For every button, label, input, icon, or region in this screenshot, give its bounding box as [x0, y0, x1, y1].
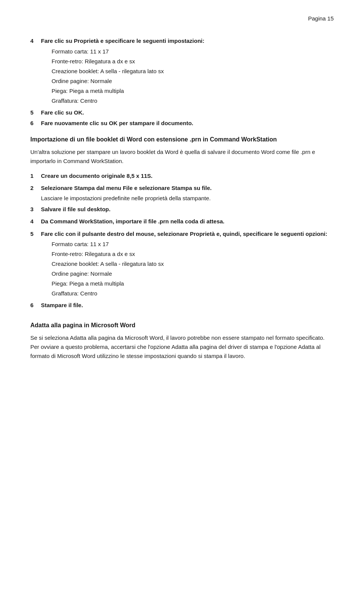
subitem-text: Piega: Piega a metà multipla [52, 88, 124, 94]
subitem-text: Ordine pagine: Normale [52, 270, 112, 277]
item-4-content: Fare clic su Proprietà e specificare le … [41, 37, 334, 106]
s2-item-1-number: 1 [30, 172, 41, 181]
section-3-heading-text: Adatta alla pagina in Microsoft Word [30, 322, 135, 328]
section-1: 4 Fare clic su Proprietà e specificare l… [30, 37, 334, 128]
s2-item-3-content: Salvare il file sul desktop. [41, 205, 334, 214]
s2-list-item-6: 6 Stampare il file. [30, 301, 334, 310]
section-3-body: Se si seleziona Adatta alla pagina da Mi… [30, 333, 334, 361]
s2-item-6-content: Stampare il file. [41, 301, 334, 310]
section-3-heading: Adatta alla pagina in Microsoft Word [30, 321, 334, 330]
item-6-content: Fare nuovamente clic su OK per stampare … [41, 119, 334, 128]
item-5-text: Fare clic su OK. [41, 109, 84, 116]
s2-item-3-number: 3 [30, 205, 41, 214]
list-item: Creazione booklet: A sella - rilegatura … [52, 259, 334, 268]
item-4-subitems: Formato carta: 11 x 17 Fronte-retro: Ril… [52, 47, 334, 105]
section-2: Importazione di un file booklet di Word … [30, 135, 334, 310]
s2-item-5-subitems: Formato carta: 11 x 17 Fronte-retro: Ril… [52, 240, 334, 298]
item-4-text: Fare clic su Proprietà e specificare le … [41, 38, 204, 44]
item-6-text: Fare nuovamente clic su OK per stampare … [41, 120, 193, 126]
item-6-number: 6 [30, 119, 41, 128]
list-item: Formato carta: 11 x 17 [52, 240, 334, 249]
subitem-text: Graffatura: Centro [52, 290, 97, 297]
list-item: Graffatura: Centro [52, 96, 334, 105]
subitem-text: Fronte-retro: Rilegatura a dx e sx [52, 58, 135, 64]
list-item: Ordine pagine: Normale [52, 269, 334, 278]
list-item-6: 6 Fare nuovamente clic su OK per stampar… [30, 119, 334, 128]
list-item: Fronte-retro: Rilegatura a dx e sx [52, 57, 334, 66]
s2-note-text: Lasciare le impostazioni predefinite nel… [41, 195, 211, 201]
subitem-text: Fronte-retro: Rilegatura a dx e sx [52, 251, 135, 257]
item-4-number: 4 [30, 37, 41, 106]
s2-item-4-number: 4 [30, 217, 41, 226]
s2-list-item-5: 5 Fare clic con il pulsante destro del m… [30, 230, 334, 299]
s2-item-2-content: Selezionare Stampa dal menu File e selez… [41, 184, 334, 193]
s2-list-item-4: 4 Da Command WorkStation, importare il f… [30, 217, 334, 226]
subitem-text: Formato carta: 11 x 17 [52, 48, 109, 55]
subitem-text: Creazione booklet: A sella - rilegatura … [52, 68, 164, 74]
subitem-text: Ordine pagine: Normale [52, 78, 112, 84]
s2-item-3-text: Salvare il file sul desktop. [41, 206, 110, 212]
s2-item-1-content: Creare un documento originale 8,5 x 11S. [41, 172, 334, 181]
list-item: Formato carta: 11 x 17 [52, 47, 334, 56]
subitem-text: Creazione booklet: A sella - rilegatura … [52, 261, 164, 267]
subitem-text: Formato carta: 11 x 17 [52, 241, 109, 247]
s2-list-item-2: 2 Selezionare Stampa dal menu File e sel… [30, 184, 334, 193]
page-number: Pagina 15 [308, 15, 334, 22]
s2-item-5-content: Fare clic con il pulsante destro del mou… [41, 230, 334, 299]
s2-item-6-text: Stampare il file. [41, 302, 83, 308]
section-3: Adatta alla pagina in Microsoft Word Se … [30, 321, 334, 361]
section-2-heading: Importazione di un file booklet di Word … [30, 135, 334, 144]
s2-item-5-number: 5 [30, 230, 41, 299]
section-2-heading-text: Importazione di un file booklet di Word … [30, 136, 277, 143]
page-header: Pagina 15 [30, 15, 334, 22]
s2-item-1-text: Creare un documento originale 8,5 x 11S. [41, 173, 152, 179]
list-item: Piega: Piega a metà multipla [52, 279, 334, 288]
list-item: Creazione booklet: A sella - rilegatura … [52, 67, 334, 76]
s2-item-5-text: Fare clic con il pulsante destro del mou… [41, 231, 327, 237]
s2-list-item-3: 3 Salvare il file sul desktop. [30, 205, 334, 214]
subitem-text: Piega: Piega a metà multipla [52, 280, 124, 287]
list-item: Ordine pagine: Normale [52, 77, 334, 86]
list-item-4: 4 Fare clic su Proprietà e specificare l… [30, 37, 334, 106]
list-item: Graffatura: Centro [52, 289, 334, 298]
s2-note: Lasciare le impostazioni predefinite nel… [41, 195, 334, 201]
list-item-5: 5 Fare clic su OK. [30, 108, 334, 117]
list-item: Fronte-retro: Rilegatura a dx e sx [52, 250, 334, 259]
s2-item-6-number: 6 [30, 301, 41, 310]
subitem-text: Graffatura: Centro [52, 97, 97, 104]
section-2-intro: Un'altra soluzione per stampare un lavor… [30, 148, 334, 166]
s2-item-4-text: Da Command WorkStation, importare il fil… [41, 218, 224, 225]
s2-item-2-text: Selezionare Stampa dal menu File e selez… [41, 185, 212, 191]
s2-item-4-content: Da Command WorkStation, importare il fil… [41, 217, 334, 226]
s2-item-2-number: 2 [30, 184, 41, 193]
item-5-content: Fare clic su OK. [41, 108, 334, 117]
item-5-number: 5 [30, 108, 41, 117]
list-item: Piega: Piega a metà multipla [52, 86, 334, 96]
s2-list-item-1: 1 Creare un documento originale 8,5 x 11… [30, 172, 334, 181]
